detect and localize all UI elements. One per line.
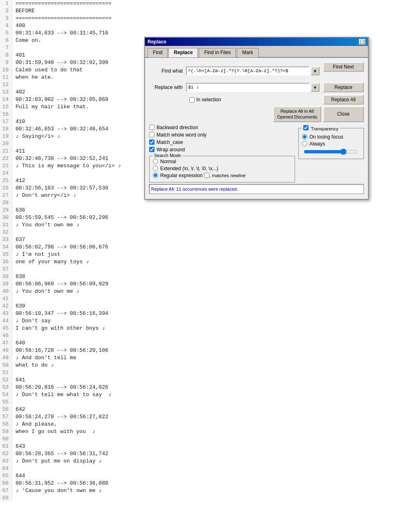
- line-content: ==============================: [12, 15, 111, 22]
- line-number: 57: [0, 413, 12, 421]
- dialog-titlebar: Replace X: [145, 38, 368, 46]
- extended-radio[interactable]: [153, 166, 158, 171]
- tab-mark[interactable]: Mark: [237, 48, 259, 57]
- line-row: 61643: [0, 443, 420, 450]
- wrap-around-row: Wrap around: [149, 147, 295, 153]
- line-row: 33637: [0, 236, 420, 244]
- line-content: 00:32:46,653 --> 00:32:48,654: [12, 125, 108, 133]
- line-row: 6200:56:28,365 --> 00:56:31,742: [0, 450, 420, 458]
- line-content: ♪ Don't put me on display ♪: [12, 458, 102, 465]
- in-selection-area: In selection: [189, 97, 221, 103]
- transparency-checkbox[interactable]: [303, 125, 309, 130]
- line-number: 30: [0, 214, 12, 221]
- line-content: one of your many toys ♪: [12, 258, 89, 266]
- replace-with-input[interactable]: [186, 83, 310, 92]
- line-content: 00:56:28,365 --> 00:56:31,742: [12, 450, 108, 458]
- line-number: 41: [0, 295, 12, 303]
- line-number: 22: [0, 155, 12, 162]
- match-case-checkbox[interactable]: [149, 139, 154, 145]
- line-number: 31: [0, 221, 12, 229]
- line-number: 48: [0, 347, 12, 354]
- backward-direction-row: Backward direction: [149, 125, 295, 130]
- transparency-slider[interactable]: [304, 148, 359, 155]
- line-row: 3900:56:06,969 --> 00:56:09,929: [0, 280, 420, 288]
- line-content: when he ate.: [12, 74, 54, 81]
- line-number: 10: [0, 66, 12, 74]
- line-number: 5: [0, 30, 12, 37]
- normal-radio[interactable]: [153, 159, 158, 164]
- line-content: ♪ Saying</i> ♪: [12, 133, 60, 140]
- line-content: 00:32:03,902 --> 00:32:05,069: [12, 96, 108, 103]
- line-number: 18: [0, 125, 12, 133]
- line-number: 65: [0, 472, 12, 480]
- line-row: 52641: [0, 376, 420, 384]
- line-content: 00:32:48,738 --> 00:32:52,241: [12, 155, 108, 162]
- find-what-input[interactable]: [186, 66, 310, 75]
- line-content: [12, 44, 16, 52]
- line-number: 35: [0, 251, 12, 258]
- line-row: 4800:56:16,728 --> 00:56:20,106: [0, 347, 420, 354]
- in-selection-checkbox[interactable]: [189, 97, 195, 103]
- line-row: 38638: [0, 273, 420, 280]
- replace-with-dropdown[interactable]: ▼: [311, 83, 320, 92]
- line-content: ♪ I'm not just: [12, 251, 60, 258]
- replace-all-opened-button[interactable]: Replace All in AllOpened Documents: [273, 106, 321, 122]
- match-case-row: Match_case: [149, 139, 295, 145]
- line-row: 3400:56:02,798 --> 00:56:06,676: [0, 244, 420, 251]
- close-button[interactable]: Close: [323, 106, 364, 122]
- replace-all-button[interactable]: Replace All: [323, 95, 364, 105]
- line-content: I can't go with other boys ♪: [12, 325, 105, 332]
- line-content: 00:56:20,816 --> 00:56:24,026: [12, 384, 108, 391]
- line-row: 50what to do ♪: [0, 362, 420, 369]
- line-content: ♪ 'Cause you don't own me ♪: [12, 487, 102, 495]
- line-content: 00:56:02,798 --> 00:56:06,676: [12, 244, 108, 251]
- replace-button[interactable]: Replace: [323, 82, 364, 92]
- line-number: 14: [0, 96, 12, 103]
- matches-newline-checkbox[interactable]: [204, 173, 209, 178]
- line-row: 47640: [0, 340, 420, 347]
- line-number: 61: [0, 443, 12, 450]
- line-number: 21: [0, 148, 12, 155]
- line-row: 45I can't go with other boys ♪: [0, 325, 420, 332]
- tab-find[interactable]: Find: [148, 48, 168, 57]
- line-number: 50: [0, 362, 12, 369]
- dialog-body: Find what ▼ Find Next Replace with ▼ Rep…: [145, 58, 368, 199]
- line-number: 54: [0, 391, 12, 399]
- match-whole-word-checkbox[interactable]: [149, 132, 154, 137]
- always-row: Always: [302, 141, 360, 147]
- line-content: 637: [12, 236, 25, 244]
- line-content: [12, 399, 16, 406]
- line-content: [12, 81, 16, 89]
- tab-replace[interactable]: Replace: [168, 48, 198, 57]
- line-number: 40: [0, 288, 12, 295]
- normal-radio-row: Normal: [153, 159, 291, 164]
- wrap-around-checkbox[interactable]: [149, 147, 154, 152]
- line-row: 32: [0, 229, 420, 236]
- dialog-close-button[interactable]: X: [359, 39, 366, 45]
- line-number: 8: [0, 52, 12, 59]
- line-number: 4: [0, 22, 12, 30]
- tab-find-in-files[interactable]: Find in Files: [199, 48, 236, 57]
- line-number: 13: [0, 89, 12, 96]
- find-next-button[interactable]: Find Next: [323, 62, 364, 72]
- line-content: ♪ And please,: [12, 421, 57, 428]
- regex-radio[interactable]: [153, 173, 158, 178]
- line-number: 53: [0, 384, 12, 391]
- line-row: 4400: [0, 22, 420, 30]
- line-number: 23: [0, 162, 12, 170]
- always-radio[interactable]: [302, 141, 307, 146]
- line-content: ==============================: [12, 0, 111, 7]
- line-row: 56642: [0, 406, 420, 413]
- line-content: [12, 435, 16, 443]
- find-what-dropdown[interactable]: ▼: [311, 66, 320, 75]
- on-losing-focus-radio[interactable]: [302, 134, 307, 139]
- backward-direction-checkbox[interactable]: [149, 125, 154, 130]
- line-content: 640: [12, 340, 25, 347]
- search-mode-label: Search Mode: [153, 153, 182, 158]
- line-content: Come on.: [12, 37, 41, 44]
- line-row: 36one of your many toys ♪: [0, 258, 420, 266]
- line-content: 410: [12, 118, 25, 125]
- line-number: 11: [0, 74, 12, 81]
- line-content: 639: [12, 303, 25, 310]
- line-row: 60: [0, 435, 420, 443]
